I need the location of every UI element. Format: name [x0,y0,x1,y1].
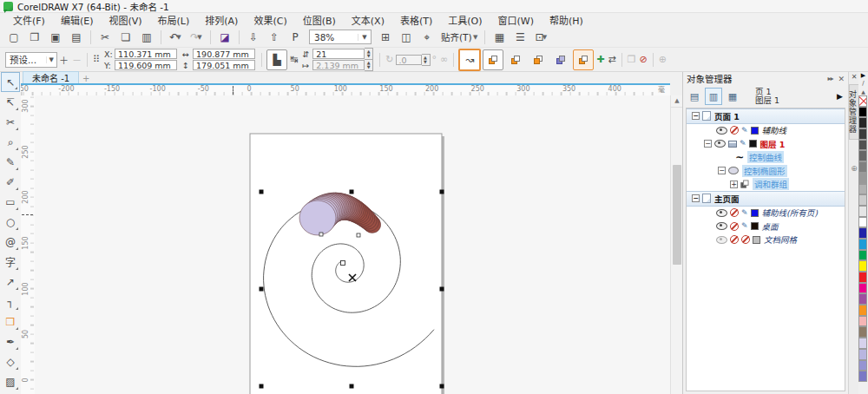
add-plus-button[interactable]: ⊕ [659,54,667,65]
color-swatch-8[interactable] [858,184,867,195]
shape-tool[interactable]: ↸ [1,92,20,112]
color-swatch-25[interactable] [858,371,867,382]
search-content-button[interactable]: ◪ [215,28,234,46]
tree-page-row[interactable]: −页面 1 [687,108,845,124]
blend-steps-field[interactable]: 21 [312,49,365,59]
menu-item-2[interactable]: 视图(V) [101,12,149,28]
panel-flyout-arrow[interactable]: ▶ [837,92,845,101]
menu-item-10[interactable]: 窗口(W) [490,12,542,28]
outline-pen-tool[interactable]: ◇ [1,351,20,371]
tree-page-row[interactable]: −主页面 [687,191,845,207]
color-swatch-17[interactable] [858,283,867,294]
crop-tool[interactable]: ✂ [1,112,20,132]
menu-item-3[interactable]: 布局(L) [150,12,198,28]
edit-across-layers-button[interactable]: ▥ [705,88,722,105]
path-properties-button[interactable]: ↝ [458,49,481,71]
object-y-field[interactable]: 119.609 mm [115,60,177,70]
object-width-field[interactable]: 190.877 mm [193,49,255,59]
docker-flyout-button[interactable]: ▸▸ [827,75,832,82]
color-swatch-3[interactable] [858,128,867,140]
pick-tool[interactable]: ↖ [1,72,20,92]
save-button[interactable]: ▣ [46,28,65,46]
launcher-button[interactable]: ⊡▼ [531,28,550,46]
blend-tool[interactable]: ❒ [1,312,20,332]
clear-blend-button[interactable]: ⊘ [639,54,647,65]
print-button[interactable]: ▤ [67,28,86,46]
object-acceleration-button[interactable] [573,49,594,70]
document-tab[interactable]: 未命名 -1 [23,71,79,83]
vertical-scrollbar[interactable]: ▲ [670,95,683,394]
color-swatch-24[interactable] [858,360,867,371]
palette-eyedropper-icon[interactable]: ∕ [858,80,868,88]
color-swatch-19[interactable] [858,305,867,316]
copy-button[interactable]: ❏ [116,28,135,46]
full-screen-preview-button[interactable]: ⊞ [376,28,395,46]
cut-button[interactable]: ✂ [95,28,115,46]
tree-layer-row[interactable]: ✎辅助线 [687,124,845,138]
color-swatch-2[interactable] [858,117,867,128]
rectangle-tool[interactable]: ▭ [1,192,20,212]
start-object-button[interactable] [483,49,503,70]
color-swatch-12[interactable] [858,227,867,239]
ellipse-tool[interactable]: ○ [1,212,20,232]
vertical-ruler[interactable]: 050100150200250300 [21,95,36,394]
show-rulers-button[interactable]: ◫ [397,28,416,46]
new-tab-button[interactable]: + [79,73,93,83]
interactive-fill-tool[interactable]: ▨ [1,371,20,391]
object-height-field[interactable]: 179.051 mm [193,60,255,70]
color-swatch-22[interactable] [858,338,867,349]
color-swatch-23[interactable] [858,349,867,360]
undo-button[interactable]: ↶▼ [166,28,185,46]
color-swatch-6[interactable] [858,161,867,173]
tree-layer-row[interactable]: ✎辅助线(所有页) [687,207,845,220]
menu-item-7[interactable]: 文本(X) [344,12,392,28]
open-button[interactable]: ❐ [25,28,44,46]
menu-item-11[interactable]: 帮助(H) [542,12,591,28]
publish-pdf-button[interactable]: P [286,28,305,46]
zoom-tool[interactable]: ⌕ [1,132,20,152]
color-swatch-13[interactable] [858,239,867,250]
tree-layer-row[interactable]: −✎图层 1 [687,137,845,151]
direction-spinner[interactable]: ▲▼ [422,54,431,66]
blend-direction-field[interactable]: .0 [396,55,422,65]
color-swatch-16[interactable] [858,272,867,283]
menu-item-8[interactable]: 表格(T) [392,12,440,28]
color-swatch-14[interactable] [858,250,867,261]
tree-layer-row[interactable]: ✎桌面 [687,220,845,233]
object-x-field[interactable]: 110.371 mm [115,49,177,59]
layer-manager-view-button[interactable]: ▦ [724,88,741,105]
color-swatch-9[interactable] [858,194,867,206]
drawing-canvas[interactable] [35,95,670,394]
no-color-swatch[interactable] [858,95,867,107]
menu-item-9[interactable]: 工具(O) [440,12,490,28]
add-object-button[interactable]: ✚ [596,54,604,65]
color-swatch-11[interactable] [858,217,867,228]
palette-scroll-up[interactable]: ▲ [858,88,868,95]
align-button[interactable]: ☰ [510,28,529,46]
copy-blend-button[interactable]: ❐ [628,54,636,65]
connector-tool[interactable]: ┐ [1,292,20,312]
color-swatch-7[interactable] [858,173,867,184]
zoom-level-select[interactable]: 38%▼ [309,30,372,44]
dimension-tool[interactable]: ↗ [1,272,20,292]
freehand-tool[interactable]: ✎ [1,152,20,172]
palette-flyout-icon[interactable]: ▶ [858,72,868,80]
export-button[interactable]: ⇧ [265,28,284,46]
blend-steps-mode-button[interactable]: ▙ [266,49,287,70]
menu-item-0[interactable]: 文件(F) [5,12,53,28]
artistic-media-tool[interactable]: ✐ [1,172,20,192]
arrows-button[interactable]: ⇄ [608,54,615,65]
color-swatch-10[interactable] [858,206,867,217]
remove-preset-button[interactable]: － [72,53,82,67]
blend-spacing-field[interactable]: 2.139 mm [312,60,365,70]
paste-button[interactable]: ▥ [137,28,156,46]
menu-item-5[interactable]: 效果(C) [246,12,294,28]
tree-layer-row[interactable]: 文档网格 [687,233,845,247]
add-preset-button[interactable]: ＋ [59,53,69,67]
spacing-spinner[interactable]: ▲▼ [365,59,373,71]
new-document-button[interactable]: ▢ [4,28,23,46]
color-swatch-15[interactable] [858,260,867,272]
color-swatch-4[interactable] [858,140,867,151]
color-swatch-18[interactable] [858,293,867,305]
options-button[interactable]: ▦ [490,28,509,46]
